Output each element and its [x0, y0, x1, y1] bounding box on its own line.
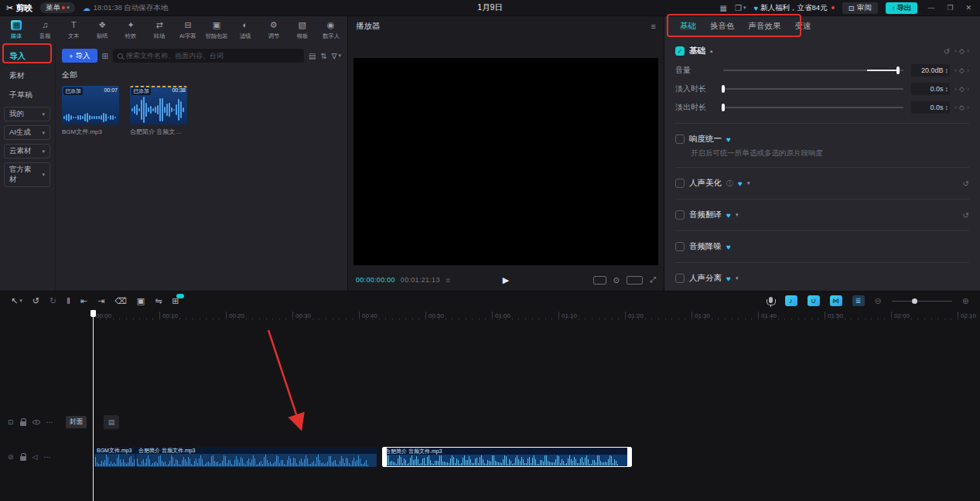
tab-sticker[interactable]: ❖贴纸	[89, 19, 116, 43]
play-button[interactable]: ▶	[503, 275, 509, 285]
chevron-down-icon[interactable]: ▾	[747, 180, 750, 186]
tab-ai-captions[interactable]: ⊟AI字幕	[175, 19, 202, 43]
tab-media[interactable]: ▦媒体	[3, 19, 30, 43]
prev-keyframe-icon[interactable]: ‹	[954, 85, 957, 93]
visibility-icon[interactable]	[32, 420, 40, 424]
close-button[interactable]: ✕	[963, 4, 974, 12]
undo-icon[interactable]: ↺	[32, 296, 39, 306]
lock-icon[interactable]	[20, 421, 26, 426]
section-label-all[interactable]: 全部	[62, 70, 341, 80]
next-keyframe-icon[interactable]: ›	[967, 85, 969, 93]
zoom-in-icon[interactable]: ⊕	[962, 296, 969, 306]
more-icon[interactable]: ⋯	[46, 418, 53, 426]
add-keyframe-icon[interactable]: ◇	[959, 85, 965, 93]
link-icon[interactable]: ⋈	[830, 295, 842, 306]
next-keyframe-icon[interactable]: ›	[967, 47, 969, 55]
reset-icon[interactable]: ↺	[963, 211, 969, 220]
split-icon[interactable]: ‖	[67, 296, 70, 305]
ratio-badge[interactable]	[627, 276, 643, 285]
fade-in-value[interactable]: 0.0s▴▾	[911, 83, 950, 95]
prev-keyframe-icon[interactable]: ‹	[954, 47, 957, 55]
sidebar-item-import[interactable]: 导入	[4, 49, 31, 64]
reset-icon[interactable]: ↺	[963, 179, 969, 188]
fullscreen-icon[interactable]: ⤢	[650, 275, 656, 285]
sidebar-item-mine[interactable]: 我的▾	[4, 107, 50, 121]
player-menu-icon[interactable]: ≡	[651, 22, 656, 31]
mirror-icon[interactable]: ⇋	[155, 296, 162, 306]
select-tool-icon[interactable]: ↖▾	[11, 296, 22, 306]
redo-icon[interactable]: ↻	[50, 296, 56, 306]
quality-badge[interactable]	[593, 276, 606, 285]
tab-effects[interactable]: ✦特效	[118, 19, 145, 43]
audio-clip-bgm[interactable]: BGM文件.mp3	[94, 447, 135, 467]
step-down-icon[interactable]: ▾	[946, 107, 948, 111]
audio-translate-checkbox[interactable]	[675, 210, 685, 220]
lock-icon[interactable]	[20, 456, 26, 461]
slider-handle[interactable]	[896, 66, 900, 74]
snapshot-icon[interactable]: ⊙	[613, 276, 620, 285]
media-item[interactable]: 已添加 00:38 合肥简介 音频文件.mp3	[130, 86, 187, 136]
sidebar-item-subdraft[interactable]: 子草稿	[4, 87, 38, 103]
add-keyframe-icon[interactable]: ◇	[959, 66, 965, 74]
tab-digital-human[interactable]: ◉数字人	[317, 19, 344, 43]
review-button[interactable]: ⊡ 审阅	[842, 2, 878, 14]
prev-keyframe-icon[interactable]: ‹	[954, 104, 957, 111]
fade-in-slider[interactable]	[723, 84, 903, 94]
audio-clip-hefei[interactable]: 合肥简介 音频文件.mp3	[136, 447, 377, 467]
sidebar-item-ai-generated[interactable]: AI生成▾	[4, 125, 50, 140]
search-input[interactable]	[126, 52, 299, 60]
mute-icon[interactable]: ◁	[32, 453, 38, 461]
sidebar-item-material[interactable]: 素材	[4, 68, 30, 84]
layout-grid-icon[interactable]: ▦	[720, 4, 727, 12]
maximize-button[interactable]: ❐	[944, 4, 955, 12]
tab-transitions[interactable]: ⇄转场	[146, 19, 173, 43]
step-down-icon[interactable]: ▾	[946, 89, 948, 93]
video-preview[interactable]	[353, 58, 658, 265]
info-icon[interactable]: ⓘ	[726, 179, 733, 189]
fade-out-slider[interactable]	[723, 103, 903, 112]
step-down-icon[interactable]: ▾	[946, 70, 948, 74]
tab-templates[interactable]: ▧模板	[289, 19, 316, 43]
add-keyframe-icon[interactable]: ◇	[959, 104, 965, 111]
sidebar-item-cloud-material[interactable]: 云素材▾	[4, 144, 50, 158]
delete-icon[interactable]: ⌫	[114, 296, 127, 306]
export-button[interactable]: ↑ 导出	[886, 2, 918, 14]
freeze-frame-icon[interactable]: ▣	[137, 296, 145, 306]
tab-voice-change[interactable]: 换音色	[710, 21, 735, 32]
next-keyframe-icon[interactable]: ›	[967, 104, 969, 111]
basic-checkbox[interactable]: ✓	[675, 46, 685, 56]
media-item[interactable]: 已添加 00:07 BGM文件.mp3	[62, 86, 119, 136]
trim-right-icon[interactable]: ⇥	[97, 296, 104, 306]
reset-icon[interactable]: ↺	[944, 47, 950, 56]
material-manage-icon[interactable]: ⊞	[102, 52, 108, 60]
cover-button[interactable]: 封面	[66, 416, 87, 428]
tab-basic[interactable]: 基础	[680, 21, 696, 32]
marker-list-icon[interactable]: ≣	[446, 277, 451, 284]
track-collapse-icon[interactable]: ⊡	[8, 418, 14, 426]
fade-out-value[interactable]: 0.0s▴▾	[911, 101, 950, 114]
prev-keyframe-icon[interactable]: ‹	[954, 66, 957, 74]
workspace-layout-icon[interactable]: ❐▾	[735, 4, 746, 12]
tab-sound-effects[interactable]: 声音效果	[749, 21, 781, 32]
voice-beautify-checkbox[interactable]	[675, 179, 685, 188]
timeline-ruler[interactable]: 00:0000:1000:2000:3000:4000:5001:0001:10…	[0, 310, 980, 322]
keyframe-controls[interactable]: ‹◇›	[954, 104, 969, 111]
chevron-down-icon[interactable]: ▾	[736, 275, 739, 281]
tab-smart-pack[interactable]: ▣智能包装	[203, 19, 230, 43]
audio-clip-hefei-selected[interactable]: 合肥简介 音频文件.mp3	[382, 447, 632, 467]
timeline-zoom-slider[interactable]	[892, 296, 952, 305]
chevron-down-icon[interactable]: ▾	[736, 212, 739, 218]
tab-filters[interactable]: ◐滤镜	[231, 19, 258, 43]
slider-handle[interactable]	[722, 85, 725, 93]
noise-reduction-checkbox[interactable]	[675, 242, 685, 251]
add-keyframe-icon[interactable]: ◇	[959, 47, 965, 55]
next-keyframe-icon[interactable]: ›	[967, 66, 969, 74]
search-box[interactable]	[113, 49, 304, 63]
menu-button[interactable]: 菜单▾	[40, 2, 75, 13]
trim-left-icon[interactable]: ⇤	[80, 296, 87, 306]
slider-handle[interactable]	[722, 104, 725, 111]
import-button[interactable]: +导入	[62, 49, 97, 63]
tab-audio[interactable]: ♫音频	[32, 19, 59, 43]
promo-banner[interactable]: ♥ 新人福利，立省84元	[753, 3, 834, 13]
zoom-out-icon[interactable]: ⊖	[875, 296, 882, 306]
